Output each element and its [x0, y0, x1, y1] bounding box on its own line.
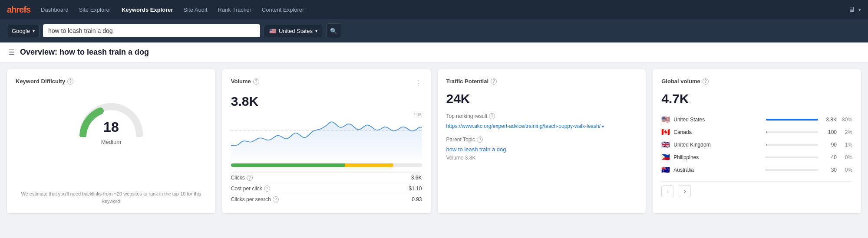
nav-logo: ahrefs	[7, 5, 30, 15]
country-bar-fill	[766, 169, 766, 171]
global-value: 4.7K	[661, 91, 852, 106]
page-header: ☰ Overview: how to leash train a dog	[0, 42, 868, 62]
parent-topic-link[interactable]: how to leash train a dog	[446, 146, 506, 153]
keyword-input[interactable]	[43, 24, 260, 37]
country-count: 30	[822, 167, 837, 173]
country-row: 🇬🇧 United Kingdom 90 1%	[661, 138, 852, 151]
clicks-value: 3.6K	[411, 175, 422, 181]
pagination: ‹ ›	[661, 181, 852, 197]
country-pct: 80%	[840, 117, 852, 123]
volume-progress-bar	[231, 163, 422, 167]
clicks-help-icon[interactable]: ?	[247, 175, 253, 181]
country-flag: 🇦🇺	[661, 166, 670, 174]
traffic-help-icon[interactable]: ?	[491, 78, 497, 85]
nav: ahrefs Dashboard Site Explorer Keywords …	[0, 0, 868, 19]
top-ranking-section: Top ranking result ? https://www.akc.org…	[446, 113, 637, 130]
country-row: 🇨🇦 Canada 100 2%	[661, 126, 852, 138]
chart-svg	[231, 112, 422, 160]
country-name: Philippines	[673, 154, 762, 160]
global-volume-card: Global volume ? 4.7K 🇺🇸 United States 3.…	[653, 69, 861, 213]
country-bar-bg	[766, 131, 818, 133]
cps-value: 0.93	[412, 196, 422, 202]
next-page-button[interactable]: ›	[679, 185, 691, 197]
search-bar: Google ▾ 🇺🇸 United States ▾ 🔍	[0, 19, 868, 42]
cards-container: Keyword Difficulty ? 18 Medium We estima…	[0, 62, 868, 220]
gauge-wrapper: 18	[76, 96, 146, 137]
top-ranking-help-icon[interactable]: ?	[489, 113, 495, 119]
search-icon: 🔍	[330, 28, 337, 34]
country-flag: 🇨🇦	[661, 128, 670, 136]
cpc-value: $1.10	[409, 186, 422, 192]
nav-link-content-explorer[interactable]: Content Explorer	[262, 7, 304, 13]
gauge-container: 18 Medium	[16, 91, 207, 183]
country-row: 🇺🇸 United States 3.8K 80%	[661, 113, 852, 126]
volume-chart: 7.0K	[231, 112, 422, 160]
hamburger-icon[interactable]: ☰	[9, 48, 15, 56]
country-pct: 2%	[840, 129, 852, 135]
country-flag: 🇺🇸	[661, 115, 670, 124]
volume-value: 3.8K	[231, 94, 422, 109]
country-count: 3.8K	[822, 117, 837, 123]
keyword-difficulty-card: Keyword Difficulty ? 18 Medium We estima…	[7, 69, 215, 213]
country-bar-bg	[766, 169, 818, 171]
country-row: 🇵🇭 Philippines 40 0%	[661, 151, 852, 163]
country-count: 40	[822, 154, 837, 160]
cps-help-icon[interactable]: ?	[273, 196, 279, 202]
chart-max-label: 7.0K	[413, 112, 422, 117]
engine-label: Google	[12, 28, 30, 34]
country-list: 🇺🇸 United States 3.8K 80% 🇨🇦 Canada 100 …	[661, 113, 852, 176]
country-name: Australia	[673, 167, 762, 173]
country-chevron: ▾	[315, 29, 317, 33]
kd-help-icon[interactable]: ?	[67, 78, 73, 85]
kd-value: 18	[103, 119, 119, 135]
traffic-value: 24K	[446, 91, 637, 106]
nav-right: 🖥 ▾	[848, 6, 861, 13]
parent-topic-section: Parent Topic ? how to leash train a dog …	[446, 137, 637, 161]
country-pct: 0%	[840, 167, 852, 173]
country-bar-fill	[766, 119, 818, 121]
country-pct: 1%	[840, 142, 852, 148]
global-title: Global volume ?	[661, 78, 852, 85]
dots-menu[interactable]: ⋮	[414, 78, 422, 88]
country-flag: 🇬🇧	[661, 140, 670, 149]
country-count: 100	[822, 129, 837, 135]
nav-link-rank-tracker[interactable]: Rank Tracker	[218, 7, 251, 13]
country-bar-fill	[766, 144, 767, 146]
country-bar-bg	[766, 144, 818, 146]
monitor-icon: 🖥	[848, 6, 855, 13]
kd-footer: We estimate that you'll need backlinks f…	[16, 190, 207, 205]
country-name: Canada	[673, 129, 762, 135]
nav-link-site-audit[interactable]: Site Audit	[184, 7, 208, 13]
progress-bar-fill	[231, 163, 393, 167]
global-help-icon[interactable]: ?	[703, 78, 709, 85]
country-select[interactable]: 🇺🇸 United States ▾	[264, 25, 323, 37]
metric-row-cps: Clicks per search ? 0.93	[231, 194, 422, 205]
engine-select[interactable]: Google ▾	[7, 25, 40, 37]
top-result-link[interactable]: https://www.akc.org/expert-advice/traini…	[446, 123, 604, 129]
cpc-help-icon[interactable]: ?	[264, 186, 270, 192]
search-button[interactable]: 🔍	[327, 23, 341, 38]
nav-link-dashboard[interactable]: Dashboard	[41, 7, 69, 13]
metric-row-clicks: Clicks ? 3.6K	[231, 172, 422, 183]
metric-row-cpc: Cost per click ? $1.10	[231, 183, 422, 194]
kd-title: Keyword Difficulty ?	[16, 78, 207, 85]
country-row: 🇦🇺 Australia 30 0%	[661, 163, 852, 176]
traffic-title: Traffic Potential ?	[446, 78, 637, 85]
country-label: United States	[279, 28, 313, 34]
volume-header: Volume ? ⋮	[231, 78, 422, 91]
volume-help-icon[interactable]: ?	[253, 78, 259, 85]
country-bar-fill	[766, 131, 767, 133]
country-bar-bg	[766, 119, 818, 121]
country-name: United States	[673, 117, 762, 123]
volume-card: Volume ? ⋮ 3.8K 7.0K	[222, 69, 431, 213]
dropdown-arrow[interactable]: ▾	[602, 124, 604, 129]
nav-link-site-explorer[interactable]: Site Explorer	[79, 7, 111, 13]
prev-page-button[interactable]: ‹	[661, 185, 673, 197]
country-count: 90	[822, 142, 837, 148]
volume-title: Volume ?	[231, 78, 259, 85]
nav-link-keywords-explorer[interactable]: Keywords Explorer	[122, 7, 173, 13]
parent-topic-help-icon[interactable]: ?	[477, 137, 483, 143]
nav-left: ahrefs Dashboard Site Explorer Keywords …	[7, 5, 304, 15]
parent-topic-volume: Volume 3.8K	[446, 155, 637, 161]
country-flag: 🇵🇭	[661, 153, 670, 161]
